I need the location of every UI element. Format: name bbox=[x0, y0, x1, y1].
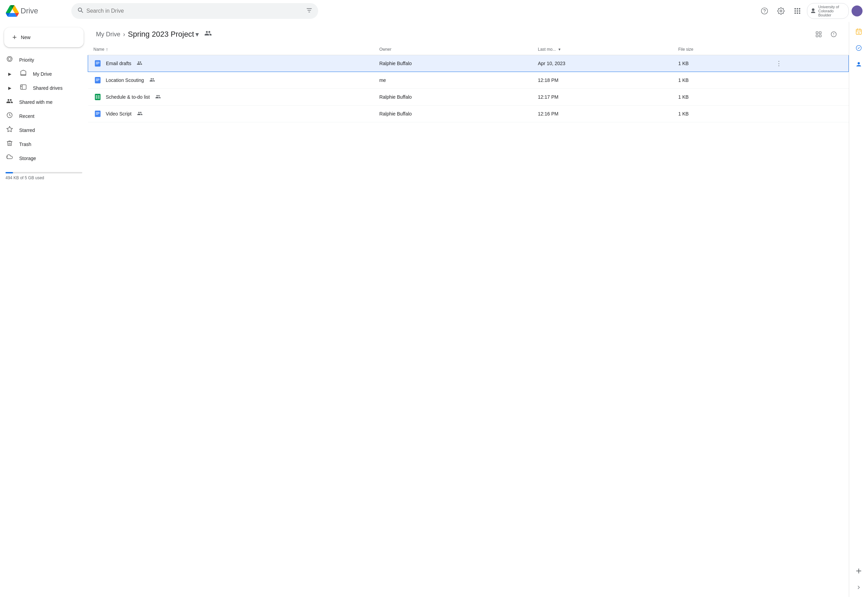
file-modified: 12:16 PM bbox=[532, 105, 673, 122]
column-owner[interactable]: Owner bbox=[374, 44, 532, 55]
svg-point-0 bbox=[761, 7, 768, 14]
add-panel-button[interactable] bbox=[852, 564, 866, 578]
right-panel: 31 bbox=[849, 22, 868, 597]
svg-rect-5 bbox=[795, 10, 796, 12]
file-owner: Ralphie Buffalo bbox=[374, 89, 532, 105]
apps-button[interactable] bbox=[791, 4, 804, 18]
svg-rect-25 bbox=[96, 79, 100, 79]
help-button[interactable] bbox=[758, 4, 771, 18]
column-last-modified[interactable]: Last mo... ▾ bbox=[532, 44, 673, 55]
svg-rect-30 bbox=[98, 95, 100, 97]
table-row[interactable]: Location Scouting me 12:18 PM 1 KB ⋮ bbox=[88, 72, 849, 89]
sidebar-item-trash[interactable]: Trash bbox=[0, 137, 82, 151]
file-list-body: Email drafts Ralphie Buffalo Apr 10, 202… bbox=[88, 55, 849, 122]
sidebar-item-shared-with-me[interactable]: Shared with me bbox=[0, 95, 82, 109]
shared-people-icon bbox=[149, 77, 155, 84]
svg-rect-24 bbox=[95, 77, 100, 83]
file-size: 1 KB bbox=[673, 72, 768, 89]
shared-with-me-icon bbox=[6, 98, 14, 106]
svg-rect-17 bbox=[816, 35, 818, 37]
header-right bbox=[812, 27, 841, 41]
table-row[interactable]: Email drafts Ralphie Buffalo Apr 10, 202… bbox=[88, 55, 849, 72]
search-bar[interactable] bbox=[71, 3, 318, 19]
avatar[interactable] bbox=[852, 6, 862, 16]
file-size: 1 KB bbox=[673, 89, 768, 105]
breadcrumb-current[interactable]: Spring 2023 Project ▾ bbox=[128, 30, 199, 39]
more-options-button[interactable]: ⋮ bbox=[773, 58, 784, 69]
shared-people-icon bbox=[137, 111, 143, 117]
svg-rect-16 bbox=[819, 32, 821, 34]
topbar-right: University of Colorado Boulder bbox=[758, 3, 862, 19]
content-header: My Drive › Spring 2023 Project ▾ bbox=[88, 22, 849, 44]
new-button-label: New bbox=[21, 35, 31, 40]
file-name: Location Scouting bbox=[106, 77, 144, 83]
priority-icon bbox=[6, 55, 14, 64]
search-icon bbox=[77, 6, 84, 15]
file-more-cell: ⋮ bbox=[768, 89, 849, 105]
grid-view-button[interactable] bbox=[812, 27, 825, 41]
file-name: Email drafts bbox=[106, 61, 131, 66]
svg-point-12 bbox=[8, 58, 11, 60]
sidebar-item-recent[interactable]: Recent bbox=[0, 109, 82, 123]
app-title: Drive bbox=[21, 6, 38, 15]
expand-right-panel-button[interactable] bbox=[852, 581, 866, 594]
recent-label: Recent bbox=[19, 113, 34, 119]
file-table: Name ↑ Owner Last mo... ▾ File size bbox=[88, 44, 849, 597]
file-modified: 12:17 PM bbox=[532, 89, 673, 105]
plus-icon: + bbox=[12, 33, 17, 42]
org-badge[interactable]: University of Colorado Boulder bbox=[807, 3, 849, 19]
svg-rect-10 bbox=[799, 12, 800, 14]
search-input[interactable] bbox=[86, 8, 303, 14]
table-row[interactable]: Schedule & to-do list Ralphie Buffalo 12… bbox=[88, 89, 849, 105]
breadcrumb-dropdown-icon: ▾ bbox=[195, 30, 199, 39]
file-type-icon bbox=[94, 59, 102, 67]
file-more-cell: ⋮ bbox=[768, 105, 849, 122]
trash-label: Trash bbox=[19, 141, 31, 147]
column-name[interactable]: Name ↑ bbox=[88, 44, 374, 55]
sidebar-item-priority[interactable]: Priority bbox=[0, 53, 82, 67]
sidebar: + New Priority ▶ My Drive ▶ Shared drive… bbox=[0, 22, 88, 597]
tasks-button[interactable] bbox=[852, 41, 866, 55]
settings-button[interactable] bbox=[774, 4, 788, 18]
table-header: Name ↑ Owner Last mo... ▾ File size bbox=[88, 44, 849, 55]
svg-rect-13 bbox=[21, 85, 27, 89]
sidebar-item-my-drive[interactable]: ▶ My Drive bbox=[0, 67, 82, 81]
shared-people-icon bbox=[137, 60, 142, 67]
info-button[interactable] bbox=[827, 27, 841, 41]
storage-bar-fill bbox=[6, 172, 13, 174]
svg-point-1 bbox=[764, 12, 765, 13]
my-drive-icon bbox=[19, 70, 27, 78]
sort-desc-icon: ▾ bbox=[559, 47, 560, 52]
shared-with-me-label: Shared with me bbox=[19, 100, 52, 105]
svg-rect-22 bbox=[96, 63, 100, 63]
column-actions bbox=[768, 44, 849, 55]
svg-rect-27 bbox=[96, 80, 98, 81]
file-type-icon bbox=[94, 76, 102, 84]
sidebar-item-starred[interactable]: Starred bbox=[0, 123, 82, 137]
svg-rect-23 bbox=[96, 64, 98, 64]
shared-drives-label: Shared drives bbox=[33, 85, 62, 91]
trash-icon bbox=[6, 140, 14, 149]
svg-rect-4 bbox=[799, 8, 800, 9]
filter-icon[interactable] bbox=[306, 7, 313, 15]
file-owner: Ralphie Buffalo bbox=[374, 105, 532, 122]
sidebar-item-shared-drives[interactable]: ▶ Shared drives bbox=[0, 81, 82, 95]
svg-rect-6 bbox=[797, 10, 798, 12]
file-type-icon bbox=[94, 110, 102, 118]
shared-people-icon bbox=[155, 94, 161, 100]
column-file-size[interactable]: File size bbox=[673, 44, 768, 55]
file-name: Schedule & to-do list bbox=[106, 94, 150, 100]
file-name-cell: Schedule & to-do list bbox=[94, 93, 369, 101]
priority-label: Priority bbox=[19, 57, 34, 63]
table-row[interactable]: Video Script Ralphie Buffalo 12:16 PM 1 … bbox=[88, 105, 849, 122]
new-button[interactable]: + New bbox=[4, 27, 84, 47]
storage-icon bbox=[6, 154, 14, 162]
share-people-button[interactable] bbox=[204, 30, 212, 39]
contacts-button[interactable] bbox=[852, 58, 866, 71]
storage-section: 494 KB of 5 GB used bbox=[0, 165, 88, 183]
breadcrumb-parent[interactable]: My Drive bbox=[96, 31, 120, 38]
file-size: 1 KB bbox=[673, 55, 768, 72]
sidebar-item-storage[interactable]: Storage bbox=[0, 151, 82, 165]
calendar-button[interactable]: 31 bbox=[852, 25, 866, 39]
svg-rect-8 bbox=[795, 12, 796, 14]
